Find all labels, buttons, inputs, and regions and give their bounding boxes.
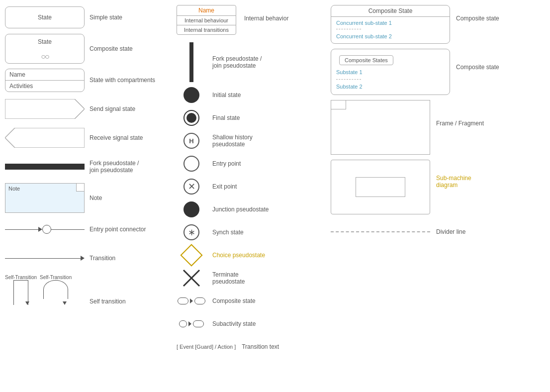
internal-behavior-box: Name Internal behaviour Internal transit…	[177, 5, 236, 35]
self-transition-label2: Self-Transition	[40, 275, 72, 280]
transition-label: Transition	[90, 255, 149, 262]
synch-row: ∗ Synch state	[177, 222, 326, 242]
note-shape-label: Note	[5, 184, 84, 194]
simple-state-row: State Simple state	[5, 5, 169, 30]
composite-state-small-shape	[177, 297, 206, 304]
fork-label-left: Fork pseudostate / join pseudostate	[90, 160, 149, 174]
entry-point-circle	[183, 156, 199, 172]
composite-state2-sub2: Substate 2	[331, 82, 450, 95]
choice-shape	[177, 247, 206, 263]
submachine-shape	[331, 160, 430, 214]
initial-state-shape	[177, 87, 206, 103]
compartment-state-shape: Name Activities	[5, 69, 85, 92]
fork-pseudostate-label: Fork pseudostate / join pseudostate	[212, 55, 326, 69]
ib-name: Name	[177, 5, 236, 16]
subactivity-row: Subactivity state	[177, 314, 326, 334]
composite-state2-divider	[336, 79, 361, 80]
composite-pills	[178, 297, 205, 304]
terminate-svg	[182, 268, 201, 288]
synch-circle: ∗	[183, 224, 199, 240]
junction-row: Junction pseudostate	[177, 199, 326, 219]
composite-icon: ○○	[41, 52, 48, 61]
frame-row: Frame / Fragment	[331, 100, 545, 155]
receive-signal-shape	[5, 128, 85, 148]
note-corner	[76, 184, 84, 192]
compartment-top: Name	[5, 69, 84, 81]
final-state-circle	[183, 110, 199, 126]
ib-row1: Internal behaviour	[177, 16, 236, 25]
transition-shape	[5, 256, 85, 261]
shallow-history-circle: H	[183, 133, 199, 149]
composite-state1-label: Composite state	[456, 5, 511, 22]
divider-shape	[331, 231, 430, 232]
exit-point-row: ✕ Exit point	[177, 177, 326, 196]
composite-state1-sub2: Concurrent sub-state 2	[331, 31, 450, 43]
internal-behavior-section: Name Internal behaviour Internal transit…	[177, 5, 236, 37]
subactivity-shape	[177, 320, 206, 327]
submachine-label: Sub-machine diagram	[436, 160, 491, 189]
receive-signal-row: Receive signal state	[5, 125, 169, 150]
exit-point-circle: ✕	[183, 179, 199, 195]
self-transition-row: Self-Transition Self-Transition	[5, 275, 169, 305]
ib-row2: Internal transitions	[177, 25, 236, 34]
left-column: State Simple state State ○○ Composite st…	[5, 5, 174, 387]
composite-state1-header: Composite State	[331, 5, 450, 17]
divider-row: Divider line	[331, 219, 545, 244]
transition-row: Transition	[5, 246, 169, 271]
internal-behavior-right: Internal behavior	[244, 5, 288, 22]
send-signal-row: Send signal state	[5, 97, 169, 121]
connector-circle	[42, 225, 51, 234]
self-transition-box1	[8, 280, 33, 305]
submachine-row: Sub-machine diagram	[331, 160, 545, 214]
st-arc	[43, 280, 68, 299]
fork-vertical-bar	[189, 42, 193, 82]
composite-state2-box: Composite States Substate 1 Substate 2	[331, 49, 450, 95]
frame-shape	[331, 100, 430, 155]
composite-state1-row: Composite State Concurrent sub-state 1 C…	[331, 5, 545, 44]
transition-line	[5, 258, 81, 259]
final-state-row: Final state	[177, 108, 326, 128]
composite-state-label: Composite state	[90, 45, 149, 52]
compartment-bottom: Activities	[5, 81, 84, 92]
composite-state1-sub1: Concurrent sub-state 1	[331, 17, 450, 29]
entry-point-row: Entry point	[177, 154, 326, 174]
send-signal-label: Send signal state	[90, 105, 149, 112]
fork-pseudostate-row: Fork pseudostate / join pseudostate	[177, 42, 326, 82]
frame-tab	[331, 100, 346, 109]
exit-point-label: Exit point	[212, 183, 326, 190]
initial-state-circle	[183, 87, 199, 103]
self-transition-label1: Self-Transition	[5, 275, 37, 280]
self-transition-shape: Self-Transition Self-Transition	[5, 275, 85, 305]
subactivity-pills	[179, 320, 204, 327]
middle-top: Name Internal behaviour Internal transit…	[177, 5, 326, 37]
svg-marker-0	[5, 99, 85, 119]
compartment-state-row: Name Activities State with compartments	[5, 68, 169, 93]
st-left	[13, 280, 14, 305]
fork-shape-left	[5, 164, 85, 170]
main-container: State Simple state State ○○ Composite st…	[0, 0, 550, 392]
entry-connector-label: Entry point connector	[90, 226, 149, 233]
simple-state-shape: State	[5, 6, 85, 28]
transition-text-row: [ Event [Guard] / Action ] Transition te…	[177, 337, 326, 357]
self-transition-shape1: Self-Transition	[5, 275, 37, 305]
fork-row-left: Fork pseudostate / join pseudostate	[5, 154, 169, 179]
final-state-shape	[177, 110, 206, 126]
receive-signal-svg	[5, 128, 85, 148]
sa-arrow	[188, 321, 191, 326]
final-state-inner	[186, 113, 196, 123]
self-transition-shape2: Self-Transition	[40, 275, 72, 305]
connector-arrow	[38, 227, 42, 232]
entry-connector-shape	[5, 225, 85, 234]
right-column: Composite State Concurrent sub-state 1 C…	[328, 5, 545, 387]
cs-pill-left	[178, 297, 188, 304]
submachine-inner	[356, 177, 405, 197]
connector-line-left	[5, 229, 38, 230]
initial-state-label: Initial state	[212, 92, 326, 98]
final-state-label: Final state	[212, 114, 326, 121]
transition-text-label: Transition text	[242, 343, 279, 350]
shallow-history-row: H Shallow history pseudostate	[177, 131, 326, 151]
transition-text-value: [ Event [Guard] / Action ]	[177, 344, 236, 350]
subactivity-label: Subactivity state	[212, 320, 326, 327]
choice-diamond	[180, 244, 202, 266]
composite-state-small-label: Composite state	[212, 297, 326, 304]
